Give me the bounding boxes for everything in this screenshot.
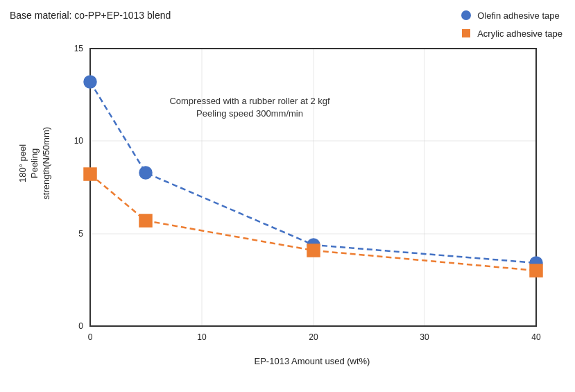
y-tick-5: 5	[78, 229, 83, 239]
annotation-line2: Peeling speed 300mm/min	[196, 108, 303, 119]
x-axis-label: EP-1013 Amount used (wt%)	[255, 356, 370, 366]
y-tick-0: 0	[78, 321, 83, 331]
legend-item-olefin: Olefin adhesive tape	[459, 8, 563, 22]
olefin-icon	[459, 8, 473, 22]
y-tick-15: 15	[74, 44, 84, 53]
svg-rect-9	[90, 49, 536, 326]
acrylic-point-20	[307, 244, 320, 257]
x-tick-10: 10	[197, 332, 207, 342]
y-tick-10: 10	[74, 136, 84, 146]
chart-svg: 0 10 20 30 40 0 5 10 15 EP-1013 Amount u…	[35, 35, 562, 375]
chart-container: Base material: co-PP+EP-1013 blend Olefi…	[7, 7, 568, 385]
olefin-point-5	[139, 167, 152, 179]
x-tick-40: 40	[531, 332, 541, 342]
annotation-line1: Compressed with a rubber roller at 2 kgf	[169, 96, 330, 106]
x-tick-20: 20	[309, 332, 318, 342]
chart-subtitle: Base material: co-PP+EP-1013 blend	[10, 10, 171, 21]
acrylic-point-0	[84, 168, 96, 180]
olefin-point-0	[84, 76, 96, 88]
acrylic-point-5	[139, 214, 152, 227]
olefin-label: Olefin adhesive tape	[477, 10, 560, 21]
x-tick-30: 30	[420, 332, 429, 342]
acrylic-point-40	[530, 264, 542, 277]
olefin-line	[90, 82, 536, 263]
x-tick-0: 0	[88, 332, 93, 342]
